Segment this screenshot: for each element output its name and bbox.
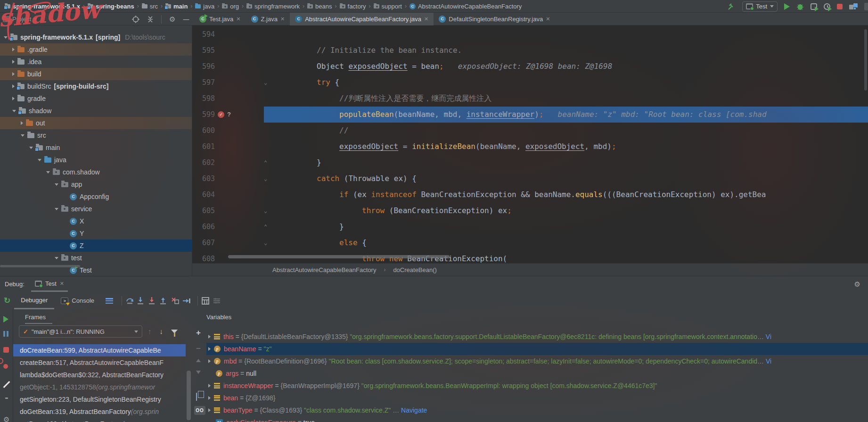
line-number[interactable]: 597	[192, 74, 215, 91]
expand-icon[interactable]	[208, 384, 211, 388]
code-line[interactable]: 607else {	[192, 235, 868, 251]
code-line[interactable]: 601exposedObject = initializeBean(beanNa…	[192, 139, 868, 155]
frames-scrollbar[interactable]	[187, 371, 191, 420]
chevron-down-icon[interactable]	[38, 159, 41, 161]
chevron-right-icon[interactable]	[21, 121, 23, 125]
resume-program-icon[interactable]	[3, 316, 8, 323]
tree-item-build-dir[interactable]: build	[0, 68, 192, 80]
breadcrumb-java[interactable]: java	[195, 3, 214, 10]
variable-row-earlysingletonexposure[interactable]: earlySingletonExposure = true	[206, 416, 868, 422]
move-up-icon[interactable]	[196, 359, 201, 362]
variable-row-mbd[interactable]: mbd = {RootBeanDefinition@1696} "Root be…	[206, 355, 868, 367]
horizontal-scrollbar[interactable]	[0, 265, 80, 267]
line-number[interactable]: 595	[192, 42, 215, 58]
frame-row[interactable]: getObject:-1, 1453128758 (org.springfram…	[13, 381, 186, 393]
chevron-down-icon[interactable]	[12, 110, 16, 112]
code-text[interactable]: exposedObject = initializeBean(beanName,…	[271, 139, 868, 155]
drop-frame-icon[interactable]	[171, 297, 182, 305]
run-button[interactable]	[784, 3, 790, 10]
code-line-current-execution[interactable]: 599?populateBean(beanName, mbd, instance…	[192, 107, 868, 123]
next-frame-icon[interactable]: ↓	[160, 327, 164, 335]
gear-icon[interactable]: ⚙	[854, 281, 860, 288]
rerun-icon[interactable]: ↻	[4, 296, 10, 306]
tree-item-gradle-dir[interactable]: gradle	[0, 92, 192, 105]
tree-item-project-root[interactable]: spring-framework-5.1.x[spring]D:\tools\s…	[0, 31, 192, 43]
code-text[interactable]: catch (Throwable ex) {	[271, 171, 868, 187]
code-line[interactable]: 594	[192, 26, 868, 42]
debug-button[interactable]	[796, 3, 804, 10]
profiler-button[interactable]	[824, 3, 830, 10]
project-panel-title[interactable]: Project	[12, 16, 31, 23]
code-text[interactable]: if (ex instanceof BeanCreationException …	[271, 187, 868, 203]
breadcrumb-support[interactable]: support	[374, 3, 402, 10]
fold-marker-icon[interactable]	[264, 219, 267, 235]
close-icon[interactable]: ✕	[280, 16, 285, 22]
force-step-into-icon[interactable]	[148, 297, 160, 305]
tree-item-buildsrc[interactable]: buildSrc[spring-build-src]	[0, 80, 192, 92]
tree-item-shadow-module[interactable]: shadow	[0, 105, 192, 117]
pause-program-icon[interactable]	[3, 331, 8, 337]
chevron-right-icon[interactable]	[12, 97, 15, 100]
hide-panel-icon[interactable]: —	[183, 16, 189, 23]
line-number[interactable]: 598	[192, 91, 215, 107]
tab-debugger[interactable]: Debugger	[14, 292, 54, 309]
expand-icon[interactable]	[208, 359, 211, 363]
code-text[interactable]: try {	[271, 74, 868, 91]
line-number[interactable]: 607	[192, 235, 215, 251]
variable-row-beanname-selected[interactable]: beanName = "z"	[206, 343, 868, 355]
breadcrumb-factory[interactable]: factory	[340, 3, 366, 10]
line-number[interactable]: 605	[192, 203, 215, 219]
tab-console[interactable]: Console	[54, 292, 101, 309]
code-text[interactable]: populateBean(beanName, mbd, instanceWrap…	[271, 107, 868, 123]
breadcrumb-method[interactable]: doCreateBean()	[393, 266, 437, 273]
chevron-right-icon[interactable]	[12, 48, 15, 51]
run-to-cursor-icon[interactable]	[182, 297, 194, 305]
code-line[interactable]: 600//	[192, 123, 868, 139]
tree-item-service-package[interactable]: service	[0, 203, 192, 215]
tree-item-idea-dir[interactable]: .idea	[0, 56, 192, 68]
tree-item-appconfig-class[interactable]: Appconfig	[0, 190, 192, 203]
build-hammer-icon[interactable]	[727, 2, 736, 11]
frame-row-selected[interactable]: doCreateBean:599, AbstractAutowireCapabl…	[13, 344, 186, 356]
threads-view-icon[interactable]	[106, 298, 113, 304]
code-line[interactable]: 604if (ex instanceof BeanCreationExcepti…	[192, 187, 868, 203]
expand-icon[interactable]	[208, 396, 211, 400]
tree-item-main-dir[interactable]: main	[0, 141, 192, 154]
tree-item-z-class[interactable]: Z	[0, 240, 192, 252]
code-line[interactable]: 606}	[192, 219, 868, 235]
gear-icon[interactable]: ⚙	[169, 16, 175, 23]
run-configuration-select[interactable]: Test	[742, 1, 778, 12]
chevron-right-icon[interactable]	[12, 72, 15, 76]
collapse-all-icon[interactable]	[147, 16, 154, 23]
code-line[interactable]: 595// Initialize the bean instance.	[192, 42, 868, 58]
line-number[interactable]: 600	[192, 123, 215, 139]
code-text[interactable]: // Initialize the bean instance.	[271, 42, 868, 58]
expand-icon[interactable]	[208, 335, 211, 339]
chevron-down-icon[interactable]	[29, 147, 33, 149]
code-line[interactable]: 596Object exposedObject = bean;exposedOb…	[192, 58, 868, 74]
tree-item-app-package[interactable]: app	[0, 178, 192, 190]
tree-item-y-class[interactable]: Y	[0, 227, 192, 240]
fold-marker-icon[interactable]	[264, 155, 267, 171]
show-watches-glasses-icon[interactable]	[194, 406, 205, 415]
step-out-icon[interactable]	[160, 297, 171, 305]
tab-abstract-autowire-capable-bean-factory-java[interactable]: AbstractAutowireCapableBeanFactory.java✕	[290, 13, 434, 25]
breadcrumb-org[interactable]: org	[222, 3, 239, 10]
add-watch-icon[interactable]: +	[196, 328, 201, 338]
tab-z-java[interactable]: Z.java✕	[246, 13, 290, 25]
expand-icon[interactable]	[208, 347, 211, 351]
chevron-right-icon[interactable]	[12, 84, 15, 88]
locate-file-icon[interactable]	[132, 16, 139, 23]
chevron-down-icon[interactable]	[55, 257, 58, 259]
frame-row[interactable]: getSingleton:223, DefaultSingletonBeanRe…	[13, 393, 186, 405]
gear-icon[interactable]: ⚙	[3, 416, 9, 422]
line-number[interactable]: 604	[192, 187, 215, 203]
close-icon[interactable]: ✕	[424, 16, 428, 22]
variable-row-this[interactable]: this = {DefaultListableBeanFactory@1335}…	[206, 331, 868, 343]
tree-item-test-package[interactable]: test	[0, 252, 192, 264]
breadcrumb-springframework[interactable]: springframework	[246, 3, 300, 10]
line-number[interactable]: 606	[192, 219, 215, 235]
line-number[interactable]: 594	[192, 26, 215, 42]
hide-library-frames-filter-icon[interactable]	[171, 330, 178, 333]
duplicate-watch-icon[interactable]	[196, 393, 197, 401]
